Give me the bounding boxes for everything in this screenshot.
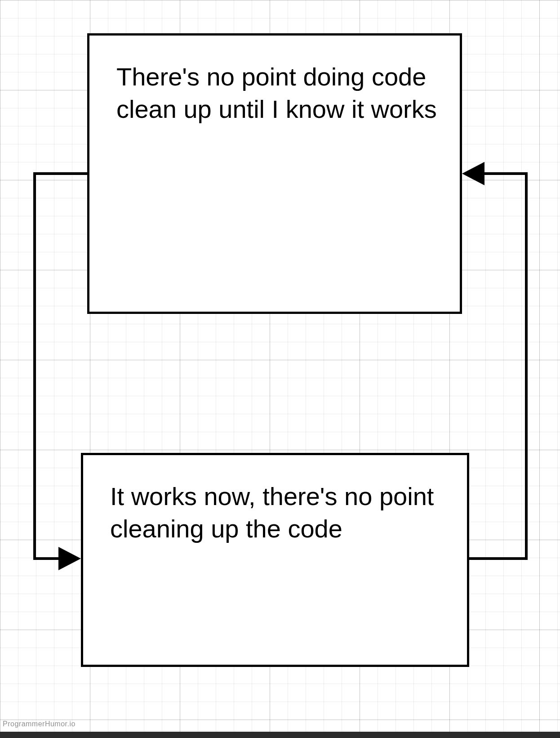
edge-left-h2 xyxy=(33,557,61,560)
edge-right-v xyxy=(525,172,528,560)
diagram-canvas: There's no point doing code clean up unt… xyxy=(0,0,560,738)
watermark-text: ProgrammerHumor.io xyxy=(3,720,76,728)
arrowhead-into-top xyxy=(462,162,484,185)
flow-node-top: There's no point doing code clean up unt… xyxy=(87,33,462,314)
flow-node-bottom: It works now, there's no point cleaning … xyxy=(81,453,469,667)
arrowhead-into-bottom xyxy=(58,547,81,570)
flow-node-top-text: There's no point doing code clean up unt… xyxy=(116,63,437,123)
edge-right-h2 xyxy=(482,172,528,175)
footer-bar xyxy=(0,732,560,738)
edge-right-h1 xyxy=(469,557,528,560)
flow-node-bottom-text: It works now, there's no point cleaning … xyxy=(110,482,434,543)
edge-left-h1 xyxy=(33,172,87,175)
edge-left-v xyxy=(33,172,36,560)
